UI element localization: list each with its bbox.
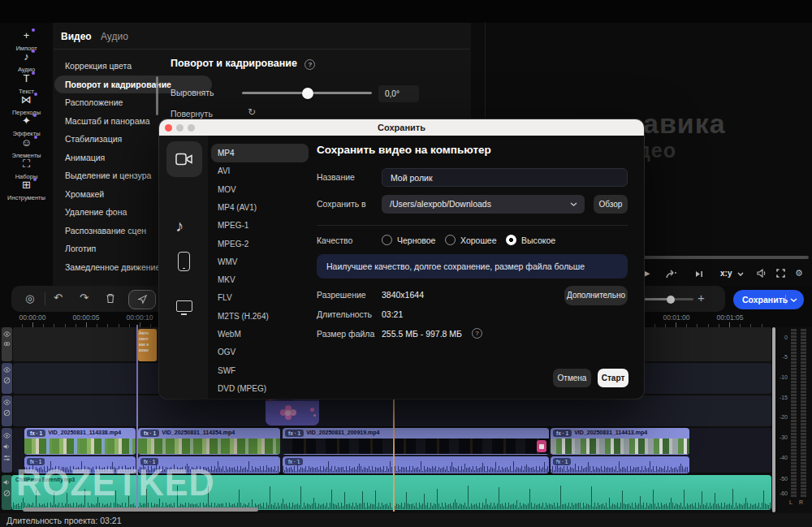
format-item-6[interactable]: WMV (211, 253, 309, 271)
device-audio-icon[interactable]: ♪ (175, 217, 184, 235)
share-forward-icon[interactable] (666, 270, 677, 279)
tools-icon: ⊞ (22, 179, 31, 191)
sidebar-item-7[interactable]: ⊞Инструменты (0, 177, 53, 201)
browse-button[interactable]: Обзор (594, 195, 628, 214)
cancel-button[interactable]: Отмена (553, 369, 591, 387)
horizontal-scrollbar[interactable] (23, 508, 258, 512)
play-icon[interactable]: ▶ (643, 269, 650, 278)
rotate-cw-icon[interactable]: ↻ (248, 107, 256, 117)
timeline-zoom-slider[interactable] (641, 298, 693, 300)
close-window-icon[interactable] (165, 124, 172, 132)
text-icon: T (24, 73, 30, 84)
undo-icon[interactable]: ↶ (54, 292, 63, 303)
meter-segment (801, 348, 806, 351)
tab-audio[interactable]: Аудио (101, 31, 128, 42)
format-item-11[interactable]: OGV (211, 343, 309, 361)
linkoff-icon[interactable] (3, 377, 11, 384)
cursor-tool-button[interactable] (128, 290, 156, 309)
trash-icon[interactable] (106, 293, 115, 304)
toolbar-separator (45, 292, 45, 305)
video-camera-icon (175, 153, 193, 166)
save-chevron-down-icon[interactable] (790, 298, 797, 302)
clip-filename: VID_20250831_200919.mp4 (306, 430, 379, 435)
meter-segment (801, 400, 806, 403)
zoom-window-icon[interactable] (188, 124, 195, 132)
filesize-help-icon[interactable]: ? (472, 328, 482, 339)
eye-icon[interactable] (3, 433, 11, 438)
speaker-icon[interactable] (3, 443, 11, 450)
audio-strip-2[interactable]: fx · 1 (283, 456, 549, 473)
format-item-8[interactable]: FLV (211, 288, 309, 307)
advanced-button[interactable]: Дополнительно (564, 286, 628, 305)
help-icon[interactable]: ? (304, 59, 315, 70)
linkoff-icon[interactable] (3, 409, 11, 417)
format-item-7[interactable]: MKV (211, 270, 309, 289)
radio-quality-good-label[interactable]: Хорошее (460, 235, 497, 245)
link-icon[interactable] (3, 341, 11, 347)
resolution-value: 3840x1644 (382, 290, 424, 300)
title-clip[interactable]: Автосмоткак яизме (138, 329, 157, 361)
save-to-select[interactable]: /Users/alexpob/Downloads (382, 195, 585, 214)
align-slider[interactable] (242, 92, 372, 94)
format-item-12[interactable]: SWF (211, 361, 309, 380)
device-phone-icon[interactable] (178, 252, 190, 271)
aspect-ratio-label[interactable]: x:y (720, 269, 732, 278)
preview-settings-gear-icon[interactable]: ⚙ (795, 268, 803, 279)
video-clip-2[interactable]: fx · 1VID_20250831_200919.mp4 (283, 428, 549, 455)
save-button-label[interactable]: Сохранить (742, 295, 788, 305)
meter-segment (791, 462, 797, 464)
align-value-box[interactable]: 0,0° (378, 85, 419, 102)
radio-quality-draft-label[interactable]: Черновое (397, 235, 435, 245)
meter-segment (801, 478, 806, 481)
format-item-3[interactable]: MP4 (AV1) (211, 198, 309, 217)
minimize-window-icon[interactable] (176, 124, 184, 132)
video-clip-1[interactable]: fx · 1VID_20250831_114354.mp4 (138, 428, 280, 455)
video-clip-0[interactable]: fx · 1VID_20250831_114338.mp4 (24, 428, 136, 455)
dialog-titlebar[interactable]: Сохранить (159, 119, 644, 136)
meter-segment (791, 410, 797, 413)
select-chevron-down-icon[interactable] (570, 202, 577, 206)
save-split-button[interactable]: Сохранить (733, 290, 804, 309)
speaker-icon[interactable] (3, 479, 11, 486)
meter-segment (801, 465, 806, 468)
zoom-slider-handle[interactable] (667, 296, 675, 304)
skip-next-icon[interactable] (695, 270, 703, 278)
start-button[interactable]: Старт (598, 369, 628, 387)
radio-quality-high-label[interactable]: Высокое (521, 235, 555, 245)
format-item-5[interactable]: MPEG-2 (211, 235, 309, 253)
zoom-in-plus-icon[interactable]: + (698, 292, 705, 304)
tab-video[interactable]: Видео (61, 31, 92, 42)
format-item-13[interactable]: DVD (MPEG) (211, 379, 309, 396)
format-item-4[interactable]: MPEG-1 (211, 216, 309, 235)
eye-icon[interactable] (3, 400, 11, 405)
audio-strip-3[interactable]: fx · 1 (551, 456, 689, 473)
fx-badge: fx · 1 (27, 430, 45, 437)
track-header-1 (2, 363, 12, 394)
mixer-icon[interactable] (3, 455, 11, 461)
volume-icon[interactable] (757, 269, 767, 278)
eye-icon[interactable] (3, 367, 11, 373)
name-input[interactable]: Мой ролик (382, 168, 628, 187)
radio-quality-good[interactable] (445, 235, 456, 245)
meter-segment (791, 488, 797, 490)
radio-quality-draft[interactable] (382, 235, 392, 245)
format-item-2[interactable]: MOV (211, 180, 309, 199)
content-divider (317, 225, 628, 226)
device-tv-icon[interactable] (176, 300, 192, 312)
menu-scrollbar[interactable] (156, 76, 158, 115)
format-item-10[interactable]: WebM (211, 325, 309, 343)
record-icon[interactable]: ◎ (25, 293, 34, 304)
aspect-chevron-down-icon[interactable] (737, 272, 744, 276)
align-slider-handle[interactable] (302, 88, 313, 99)
format-item-9[interactable]: M2TS (H.264) (211, 307, 309, 326)
format-item-0[interactable]: MP4 (211, 144, 309, 162)
video-clip-3[interactable]: fx · 1VID_20250831_114413.mp4 (551, 428, 689, 455)
redo-icon[interactable]: ↷ (80, 292, 89, 303)
device-computer-button[interactable] (166, 141, 202, 177)
fullscreen-icon[interactable] (776, 269, 785, 278)
linkoff-icon[interactable] (3, 490, 11, 497)
eye-icon[interactable] (3, 331, 11, 337)
radio-quality-high[interactable] (506, 235, 516, 245)
format-item-1[interactable]: AVI (211, 162, 309, 180)
ruler-time-label: 00:01:00 (663, 313, 689, 322)
